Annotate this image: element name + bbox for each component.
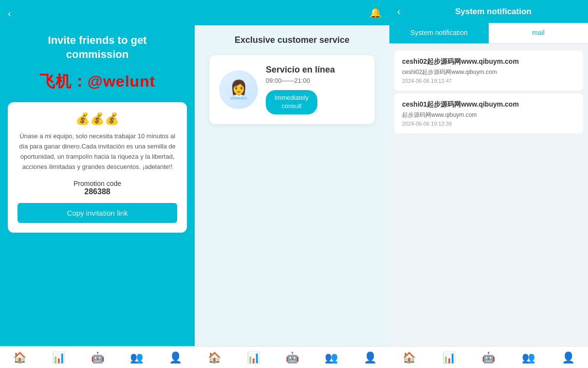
service-card: 👩‍💼 Servicio en línea 09:00——21:00 Immed…: [209, 55, 375, 124]
nav3-home[interactable]: 🏠: [403, 351, 416, 364]
panel2-header: 🔔: [195, 0, 389, 25]
back-button[interactable]: ‹: [8, 8, 11, 19]
money-icons: 💰💰💰: [18, 112, 177, 126]
panel3-header: ‹ System notification: [389, 0, 588, 23]
consult-button[interactable]: Immediately consult: [266, 90, 317, 114]
panel2-nav: 🏠 📊 🤖 👥 👤: [195, 346, 389, 368]
notification-item-2[interactable]: ceshi01起步源码网www.qibuym.com 起步源码网www.qibu…: [394, 93, 583, 133]
nav3-profile[interactable]: 👤: [562, 351, 575, 364]
nav3-bot[interactable]: 🤖: [482, 351, 495, 364]
service-avatar-icon: 👩‍💼: [228, 79, 250, 100]
consult-line1: Immediately: [275, 94, 309, 101]
watermark-text: 飞机：@welunt: [0, 66, 195, 97]
invite-description: Únase a mi equipo, solo necesita trabaja…: [18, 131, 177, 172]
nav-users[interactable]: 👥: [130, 351, 143, 364]
nav2-bot[interactable]: 🤖: [286, 351, 299, 364]
nav-profile[interactable]: 👤: [169, 351, 182, 364]
tab-system-notification[interactable]: System notification: [389, 23, 489, 43]
promo-label: Promotion code: [18, 180, 177, 187]
nav-home[interactable]: 🏠: [13, 351, 26, 364]
service-title: Exclusive customer service: [235, 35, 349, 45]
notif1-subtitle: ceshi02起步源码网www.qibuym.com: [402, 68, 575, 76]
panel-service: 🔔 Exclusive customer service 👩‍💼 Servici…: [195, 0, 389, 368]
panel-invite: ‹ Invite friends to get commission 飞机：@w…: [0, 0, 195, 368]
panel3-back-button[interactable]: ‹: [397, 6, 401, 17]
nav-stats[interactable]: 📊: [52, 351, 65, 364]
panel1-title: Invite friends to get commission: [0, 19, 195, 66]
panel2-content: Exclusive customer service 👩‍💼 Servicio …: [195, 25, 389, 368]
panel1-nav: 🏠 📊 🤖 👥 👤: [0, 346, 195, 368]
promo-code-value: 286388: [18, 187, 177, 196]
notif1-title: ceshi02起步源码网www.qibuym.com: [402, 57, 575, 66]
notif1-time: 2024-06-06 19:12:47: [402, 78, 575, 84]
nav2-stats[interactable]: 📊: [247, 351, 260, 364]
copy-invitation-button[interactable]: Copy invitation link: [18, 203, 177, 223]
tabs-row: System notification mail: [389, 23, 588, 44]
notif2-time: 2024-06-06 19:12:39: [402, 121, 575, 127]
consult-line2: consult: [281, 102, 301, 110]
panel1-header: ‹: [0, 0, 195, 19]
service-info: Servicio en línea 09:00——21:00 Immediate…: [266, 65, 365, 114]
notif2-title: ceshi01起步源码网www.qibuym.com: [402, 100, 575, 109]
nav2-home[interactable]: 🏠: [208, 351, 221, 364]
invite-card: 💰💰💰 Únase a mi equipo, solo necesita tra…: [8, 102, 187, 233]
panel-notifications: ‹ System notification System notificatio…: [389, 0, 588, 368]
panel3-nav: 🏠 📊 🤖 👥 👤: [389, 346, 588, 368]
notification-item-1[interactable]: ceshi02起步源码网www.qibuym.com ceshi02起步源码网w…: [394, 51, 583, 91]
bell-icon[interactable]: 🔔: [369, 7, 382, 18]
nav3-users[interactable]: 👥: [522, 351, 535, 364]
notifications-list: ceshi02起步源码网www.qibuym.com ceshi02起步源码网w…: [389, 44, 588, 346]
nav2-users[interactable]: 👥: [325, 351, 338, 364]
nav2-profile[interactable]: 👤: [364, 351, 377, 364]
panel3-title: System notification: [406, 7, 580, 17]
service-avatar: 👩‍💼: [219, 70, 258, 109]
tab-mail[interactable]: mail: [489, 23, 588, 43]
service-name: Servicio en línea: [266, 65, 365, 75]
nav3-stats[interactable]: 📊: [442, 351, 456, 364]
service-hours: 09:00——21:00: [266, 77, 365, 84]
nav-bot[interactable]: 🤖: [91, 351, 104, 364]
notif2-subtitle: 起步源码网www.qibuym.com: [402, 111, 575, 119]
